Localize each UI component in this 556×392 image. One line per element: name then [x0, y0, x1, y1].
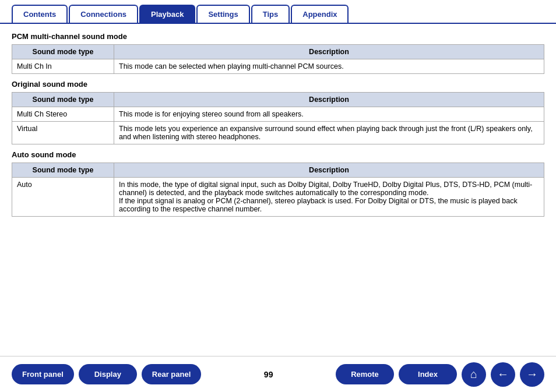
tab-connections[interactable]: Connections	[69, 5, 138, 23]
table-auto: Sound mode type Description Auto In this…	[12, 163, 544, 217]
sound-mode-desc: This mode lets you experience an expansi…	[114, 122, 544, 144]
section-title-pcm: PCM multi-channel sound mode	[12, 32, 544, 41]
nav-tabs: Contents Connections Playback Settings T…	[0, 0, 556, 24]
col-header-desc-auto: Description	[114, 163, 544, 178]
col-header-type-pcm: Sound mode type	[12, 45, 114, 59]
tab-tips[interactable]: Tips	[251, 5, 290, 23]
forward-button[interactable]: →	[520, 362, 544, 387]
table-row: Virtual This mode lets you experience an…	[12, 122, 544, 144]
col-header-desc-orig: Description	[114, 93, 544, 107]
table-original: Sound mode type Description Multi Ch Ste…	[12, 92, 544, 144]
sound-mode-type: Virtual	[12, 122, 114, 144]
front-panel-button[interactable]: Front panel	[12, 364, 74, 384]
tab-appendix[interactable]: Appendix	[291, 5, 349, 23]
rear-panel-button[interactable]: Rear panel	[142, 364, 201, 384]
footer-page-number: 99	[255, 370, 283, 379]
home-icon: ⌂	[470, 368, 477, 381]
tab-settings[interactable]: Settings	[196, 5, 249, 23]
display-button[interactable]: Display	[79, 364, 137, 384]
index-button[interactable]: Index	[399, 364, 457, 384]
page-number-text: 99	[264, 370, 273, 379]
main-content: PCM multi-channel sound mode Sound mode …	[0, 24, 556, 228]
tab-contents[interactable]: Contents	[12, 5, 68, 23]
table-row: Multi Ch Stereo This mode is for enjoyin…	[12, 107, 544, 122]
remote-button[interactable]: Remote	[336, 364, 394, 384]
col-header-type-orig: Sound mode type	[12, 93, 114, 107]
col-header-type-auto: Sound mode type	[12, 163, 114, 178]
forward-arrow-icon: →	[526, 368, 538, 381]
sound-mode-type: Multi Ch Stereo	[12, 107, 114, 122]
back-arrow-icon: ←	[497, 368, 509, 381]
footer: Front panel Display Rear panel 99 Remote…	[0, 356, 556, 392]
home-button[interactable]: ⌂	[462, 362, 486, 387]
sound-mode-desc: This mode is for enjoying stereo sound f…	[114, 107, 544, 122]
sound-mode-type: Multi Ch In	[12, 59, 114, 74]
section-title-original: Original sound mode	[12, 80, 544, 89]
tab-playback[interactable]: Playback	[139, 5, 195, 23]
back-button[interactable]: ←	[491, 362, 515, 387]
table-row: Auto In this mode, the type of digital s…	[12, 178, 544, 217]
table-row: Multi Ch In This mode can be selected wh…	[12, 59, 544, 74]
sound-mode-type: Auto	[12, 178, 114, 217]
col-header-desc-pcm: Description	[114, 45, 544, 59]
footer-nav-left: Front panel Display Rear panel	[12, 364, 201, 384]
section-title-auto: Auto sound mode	[12, 150, 544, 159]
sound-mode-desc: This mode can be selected when playing m…	[114, 59, 544, 74]
table-pcm: Sound mode type Description Multi Ch In …	[12, 44, 544, 74]
sound-mode-desc: In this mode, the type of digital signal…	[114, 178, 544, 217]
